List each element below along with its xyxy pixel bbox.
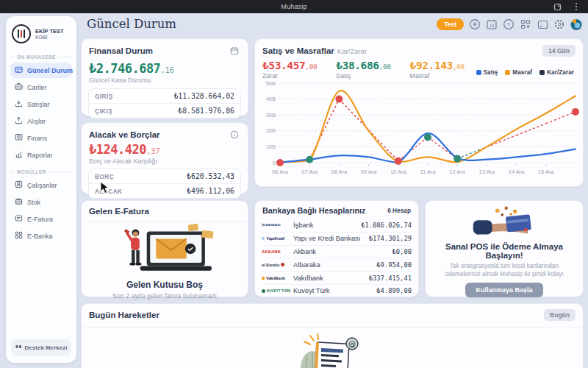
svg-text:12 Ara: 12 Ara [449,169,466,175]
svg-text:20B: 20B [266,127,276,134]
sidebar-item-label: E-Banka [27,233,53,240]
bank-row-vakifbank[interactable]: VakıfBank Vakıfbank ₺337.415,41 [262,271,412,284]
user-avatar[interactable] [570,18,582,30]
card-title: Gelen E-Fatura [89,207,149,216]
period-badge[interactable]: 14 Gün [542,45,576,57]
bank-accounts-card: Bankaya Bağlı Hesaplarınız 6 Hesap İŞ BA… [254,200,419,297]
sidebar-item-label: Satışlar [27,101,50,108]
finansal-durum-card: Finansal Durum ₺2.746.687,16 Güncel Kasa… [81,38,248,116]
cikis-label: ÇIKIŞ [95,107,112,115]
grid-icon [15,231,23,241]
mouse-cursor [100,181,110,194]
albaraka-logo: al Baraka [262,263,279,267]
today-filter-badge[interactable]: Bugün [544,309,576,321]
kuveytturk-logo-mark [262,289,265,293]
svg-text:13: 13 [490,24,494,28]
svg-text:13 Ara: 13 Ara [479,169,496,175]
menu-kebab-icon[interactable] [570,1,582,13]
safe-icon [15,133,23,143]
info-icon[interactable] [229,129,240,141]
giris-label: GİRİŞ [95,93,113,100]
satis-masraflar-chart-card: Satış ve MasraflarKar/Zarar 14 Gün ₺53.4… [254,38,584,187]
legend-masraf: Masraf [505,68,532,76]
dashboard-icon [15,66,23,75]
bar-chart-icon [15,150,23,160]
vakifbank-logo-mark [262,277,265,280]
sidebar-item-e-banka[interactable]: E-Banka [10,228,72,244]
start-using-button[interactable]: Kullanmaya Başla [465,283,542,297]
sidebar-section-on-muhasebe: ÖN MUHASEBE [10,54,72,60]
company-name: EKİP TEST [35,28,64,35]
svg-text:08 Ara: 08 Ara [331,169,348,175]
invoice-icon [15,214,23,224]
card-title: Bankaya Bağlı Hesaplarınız [262,206,365,215]
line-chart: 010B20B30B40B50B06 Ara07 Ara08 Ara09 Ara… [261,76,580,186]
sidebar-item-alislar[interactable]: Alışlar [10,113,72,129]
divider [82,327,583,328]
tab-overview-icon[interactable] [551,1,563,13]
borc-alacak-table: BORÇ ₺620.532,43 ALACAK ₺496.112,06 [88,169,241,199]
pos-promo-subtitle: Tek entegrasyonla tüm kredi kartlarından… [434,262,574,278]
briefcase-icon [15,82,23,92]
chart-title: Satış ve MasraflarKar/Zarar [262,46,367,55]
company-switcher[interactable]: EKİP TEST KOBİ [10,23,72,48]
sidebar-item-satislar[interactable]: Satışlar [10,96,72,112]
calendar-small-icon[interactable] [229,45,240,57]
calendar-icon[interactable]: 13 [486,18,498,30]
window-titlebar: Muhasip [0,0,588,13]
svg-text:09 Ara: 09 Ara [361,169,378,175]
test-mode-badge[interactable]: Test [437,18,464,30]
page-title: Güncel Durum [87,17,176,31]
bank-row-isbank[interactable]: İŞ BANKASI İşbank ₺1.086.026,74 [262,219,412,232]
svg-text:50B: 50B [266,80,276,87]
window-panel-icon[interactable] [537,18,548,30]
empty-inbox-subtitle: Son 2 ayda gelen fatura bulunamadı [82,292,248,300]
bank-row-akbank[interactable]: AKBANK Akbank ₺0,00 [262,245,412,258]
pos-promo-title: Sanal POS ile Ödeme Almaya Başlayın! [434,242,574,260]
boxes-icon [15,197,23,207]
chart-subtitle: Kar/Zarar [337,47,367,55]
sidebar-section-moduller: MODÜLLER [10,169,72,174]
bugun-hareketler-card: Bugün Hareketler Bugün @ [81,303,584,368]
help-icon[interactable]: ? [503,18,514,30]
empty-inbox-title: Gelen Kutusu Boş [82,280,248,290]
sidebar-item-raporlar[interactable]: Raporlar [10,147,72,163]
sidebar-item-label: Alışlar [27,118,46,125]
borc-alacak-amount: ₺124.420,37 [82,142,248,157]
bank-row-yapikredi[interactable]: YapıKredi Yapı ve Kredi Bankası ₺174.301… [262,232,412,245]
sidebar-item-label: Finans [27,135,47,142]
kasa-subtitle: Güncel Kasa Durumu [82,76,248,88]
sidebar-item-label: E-Fatura [27,216,53,223]
table-row: BORÇ ₺620.532,43 [89,169,240,183]
company-logo [12,24,31,43]
svg-text:11 Ara: 11 Ara [420,169,436,175]
sidebar-item-finans[interactable]: Finans [10,130,72,146]
add-new-icon[interactable] [469,18,481,30]
giris-cikis-table: GİRİŞ ₺11.328.664,02 ÇIKIŞ ₺8.581.976,86 [88,88,241,118]
bank-row-kuveytturk[interactable]: KUVEYT TÜRK Kuveyt Türk ₺4.899,00 [262,284,412,297]
today-empty-illustration: @ [284,333,380,368]
apps-icon[interactable] [520,18,531,30]
albaraka-logo-mark [281,263,284,266]
sidebar-item-stok[interactable]: Stok [10,194,72,210]
window-title: Muhasip [281,3,306,10]
sidebar-item-label: Raporlar [27,152,53,159]
download-tray-icon [15,99,23,109]
settings-gear-icon[interactable] [553,18,565,30]
support-center-button[interactable]: Destek Merkezi [11,339,71,356]
sanal-pos-promo-card: Sanal POS ile Ödeme Almaya Başlayın! Tek… [425,200,584,297]
chart-legend: Satış Masraf Kar/Zarar [476,68,575,76]
svg-text:0: 0 [273,160,276,166]
isbank-logo: İŞ BANKASI [262,223,280,227]
employee-badge-icon [15,180,23,190]
sidebar-item-cariler[interactable]: Cariler [10,79,72,95]
bank-row-albaraka[interactable]: al Baraka Albaraka ₺9.954,00 [262,258,412,271]
sidebar-item-e-fatura[interactable]: E-Fatura [10,211,72,227]
borc-value: ₺620.532,43 [187,172,234,180]
svg-text:07 Ara: 07 Ara [301,169,318,175]
sidebar-item-calisanlar[interactable]: Çalışanlar [10,177,72,193]
akbank-logo: AKBANK [262,250,281,254]
sidebar-item-guncel-durum[interactable]: Güncel Durum [10,63,72,78]
header-toolbar: Test 13 ? [437,18,582,30]
pos-payment-illustration [464,205,545,238]
